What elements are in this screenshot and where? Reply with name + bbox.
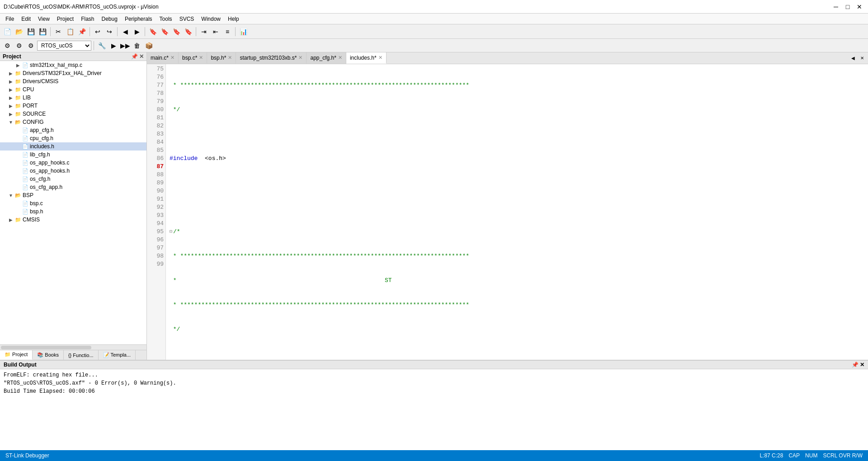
undo-button[interactable]: ↩ [92, 26, 103, 37]
target-selector[interactable]: RTOS_ucOS [37, 41, 91, 51]
bookmark1-button[interactable]: 🔖 [147, 26, 158, 37]
code-content[interactable]: * **************************************… [166, 64, 868, 360]
project-pin-button[interactable]: 📌 [131, 53, 138, 60]
tab-functions[interactable]: {} Functio... [64, 350, 99, 360]
toolbar-sep5 [196, 27, 196, 36]
build-pin-button[interactable]: 📌 [852, 362, 859, 368]
tab-label: app_cfg.h* [310, 55, 336, 61]
save-all-button[interactable]: 💾 [37, 26, 48, 37]
tree-label: BSP [23, 192, 33, 198]
menu-item-flash[interactable]: Flash [77, 14, 98, 24]
format-button[interactable]: ≡ [222, 26, 233, 37]
tree-item-cmsis[interactable]: ▶ 📁 CMSIS [0, 216, 146, 224]
nav-back-button[interactable]: ◀ [120, 26, 131, 37]
tree-item-os-app-hooks-c[interactable]: 📄 os_app_hooks.c [0, 159, 146, 167]
tree-item-cpu[interactable]: ▶ 📁 CPU [0, 85, 146, 94]
file-icon: 📄 [22, 208, 29, 215]
code-line-77 [170, 130, 864, 138]
tab-close-icon[interactable]: ✕ [338, 55, 342, 61]
cut-button[interactable]: ✂ [53, 26, 64, 37]
build-log-button[interactable]: 📊 [238, 26, 249, 37]
tree-item-stm32f1xx[interactable]: ▶ 📄 stm32f1xx_hal_msp.c [0, 61, 146, 69]
editor-tab-app-cfg[interactable]: app_cfg.h* ✕ [307, 52, 346, 64]
menu-item-debug[interactable]: Debug [98, 14, 121, 24]
bookmark4-button[interactable]: 🔖 [183, 26, 193, 37]
tree-item-drivers-cmsis[interactable]: ▶ 📁 Drivers/CMSIS [0, 77, 146, 85]
build-button[interactable]: ▶ [108, 40, 119, 51]
tab-close-icon[interactable]: ✕ [378, 55, 382, 61]
tree-item-lib[interactable]: ▶ 📁 LIB [0, 94, 146, 102]
project-close-button[interactable]: ✕ [139, 53, 144, 60]
tree-item-os-app-hooks-h[interactable]: 📄 os_app_hooks.h [0, 167, 146, 175]
build-line-2: "RTOS_ucOS\RTOS_ucOS.axf" - 0 Error(s), … [4, 379, 864, 387]
build-output-title: Build Output [4, 362, 37, 368]
build-close-button[interactable]: ✕ [860, 362, 864, 368]
tree-item-lib-cfg[interactable]: 📄 lib_cfg.h [0, 151, 146, 159]
menu-item-file[interactable]: File [2, 14, 18, 24]
indent-button[interactable]: ⇥ [198, 26, 209, 37]
editor-tab-includes[interactable]: includes.h* ✕ [346, 52, 387, 64]
folder-open-icon: 📂 [14, 118, 22, 126]
clean-button[interactable]: 🗑 [132, 40, 142, 51]
hscroll-thumb[interactable] [1, 346, 91, 349]
open-button[interactable]: 📂 [14, 26, 24, 37]
menu-item-peripherals[interactable]: Peripherals [121, 14, 156, 24]
menu-item-tools[interactable]: Tools [156, 14, 176, 24]
expand-icon: ▶ [14, 61, 22, 69]
maximize-button[interactable]: □ [843, 2, 853, 12]
redo-button[interactable]: ↪ [104, 26, 115, 37]
tree-item-source[interactable]: ▶ 📁 SOURCE [0, 110, 146, 118]
tree-item-includes[interactable]: 📄 includes.h [0, 142, 146, 151]
unindent-button[interactable]: ⇤ [210, 26, 221, 37]
copy-button[interactable]: 📋 [65, 26, 75, 37]
tree-item-bsp-c[interactable]: 📄 bsp.c [0, 199, 146, 207]
tab-project[interactable]: 📁 Project [0, 350, 33, 360]
tb2-btn1[interactable]: ⚙ [2, 40, 13, 51]
tree-item-bsp-h[interactable]: 📄 bsp.h [0, 207, 146, 216]
tree-label: includes.h [30, 143, 54, 150]
bookmark2-button[interactable]: 🔖 [159, 26, 170, 37]
tree-item-os-cfg[interactable]: 📄 os_cfg.h [0, 175, 146, 183]
menu-item-edit[interactable]: Edit [18, 14, 34, 24]
new-button[interactable]: 📄 [2, 26, 13, 37]
tb2-btn3[interactable]: ⚙ [25, 40, 36, 51]
tabs-scroll-left[interactable]: ◀ [849, 54, 857, 62]
tabs-scroll-right[interactable]: ✕ [858, 54, 866, 62]
close-button[interactable]: ✕ [854, 2, 864, 12]
line-num: 94 [149, 220, 164, 228]
tree-item-os-cfg-app[interactable]: 📄 os_cfg_app.h [0, 183, 146, 191]
nav-fwd-button[interactable]: ▶ [132, 26, 142, 37]
tree-label: LIB [23, 94, 31, 101]
tab-templates[interactable]: 📝 Templa... [99, 350, 136, 360]
tb2-btn4[interactable]: 🔧 [96, 40, 107, 51]
tree-item-drivers-hal[interactable]: ▶ 📁 Drivers/STM32F1xx_HAL_Driver [0, 69, 146, 77]
tab-close-icon[interactable]: ✕ [170, 55, 175, 61]
save-button[interactable]: 💾 [25, 26, 36, 37]
editor-tab-main-c[interactable]: main.c* ✕ [147, 52, 179, 64]
batch-button[interactable]: 📦 [143, 40, 154, 51]
tab-close-icon[interactable]: ✕ [228, 55, 232, 61]
tab-books[interactable]: 📚 Books [33, 350, 64, 360]
paste-button[interactable]: 📌 [76, 26, 87, 37]
tree-item-app-cfg[interactable]: 📄 app_cfg.h [0, 126, 146, 134]
tree-item-config[interactable]: ▼ 📂 CONFIG [0, 118, 146, 126]
tab-close-icon[interactable]: ✕ [199, 55, 203, 61]
editor-tab-bsp-c[interactable]: bsp.c* ✕ [179, 52, 207, 64]
editor-tab-bsp-h[interactable]: bsp.h* ✕ [207, 52, 236, 64]
tree-item-port[interactable]: ▶ 📁 PORT [0, 102, 146, 110]
menu-item-window[interactable]: Window [198, 14, 224, 24]
menu-item-view[interactable]: View [34, 14, 53, 24]
expand-icon: ▶ [7, 216, 14, 223]
minimize-button[interactable]: ─ [831, 2, 841, 12]
tb2-btn2[interactable]: ⚙ [14, 40, 24, 51]
tree-label-cpu: CPU [23, 86, 34, 93]
rebuild-button[interactable]: ▶▶ [120, 40, 131, 51]
menu-item-svcs[interactable]: SVCS [176, 14, 198, 24]
menu-item-help[interactable]: Help [224, 14, 243, 24]
tab-close-icon[interactable]: ✕ [298, 55, 302, 61]
editor-tab-startup[interactable]: startup_stm32f103xb.s* ✕ [236, 52, 307, 64]
tree-item-cpu-cfg[interactable]: 📄 cpu_cfg.h [0, 134, 146, 142]
tree-item-bsp-folder[interactable]: ▼ 📂 BSP [0, 191, 146, 199]
menu-item-project[interactable]: Project [53, 14, 77, 24]
bookmark3-button[interactable]: 🔖 [171, 26, 182, 37]
